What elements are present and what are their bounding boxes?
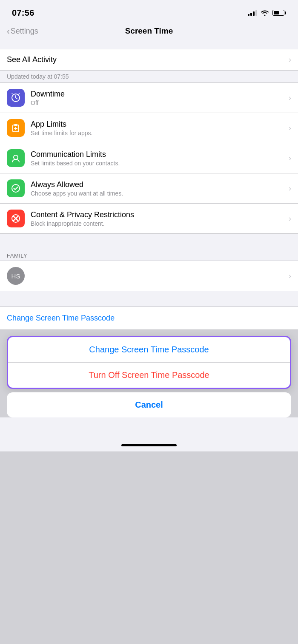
- communication-limits-icon: [7, 149, 25, 167]
- cancel-section: Cancel: [7, 392, 291, 417]
- section-spacer: [0, 41, 298, 49]
- section-spacer: [0, 234, 298, 249]
- app-limits-title: App Limits: [31, 120, 93, 129]
- change-passcode-label: Change Screen Time Passcode: [7, 314, 115, 323]
- content-privacy-subtitle: Block inappropriate content.: [31, 220, 134, 227]
- svg-point-3: [14, 155, 18, 159]
- page-title: Screen Time: [125, 26, 173, 36]
- app-limits-item[interactable]: App Limits Set time limits for apps. ›: [0, 113, 298, 143]
- see-all-activity-label: See All Activity: [7, 55, 57, 64]
- family-section: HS ›: [0, 261, 298, 291]
- chevron-right-icon: ›: [289, 55, 291, 64]
- battery-icon: [272, 10, 286, 16]
- communication-limits-title: Communication Limits: [31, 150, 120, 159]
- always-allowed-subtitle: Choose apps you want at all times.: [31, 190, 123, 197]
- bottom-area: [0, 417, 298, 451]
- signal-icon: [248, 10, 257, 16]
- always-allowed-item[interactable]: Always Allowed Choose apps you want at a…: [0, 173, 298, 204]
- wifi-icon: [261, 9, 269, 16]
- turn-off-passcode-dropdown-item[interactable]: Turn Off Screen Time Passcode: [8, 363, 290, 388]
- cancel-label: Cancel: [135, 400, 163, 410]
- change-passcode-row[interactable]: Change Screen Time Passcode: [0, 307, 298, 329]
- communication-limits-item[interactable]: Communication Limits Set limits based on…: [0, 143, 298, 173]
- downtime-icon: [7, 89, 25, 107]
- chevron-right-icon: ›: [289, 94, 291, 102]
- chevron-right-icon: ›: [289, 124, 291, 133]
- family-section-header: FAMILY: [0, 249, 298, 261]
- change-passcode-dropdown-item[interactable]: Change Screen Time Passcode: [8, 337, 290, 363]
- app-limits-subtitle: Set time limits for apps.: [31, 130, 93, 136]
- see-all-section: See All Activity ›: [0, 49, 298, 71]
- status-time: 07:56: [12, 8, 34, 18]
- always-allowed-icon: [7, 179, 25, 197]
- downtime-title: Downtime: [31, 90, 65, 99]
- chevron-right-icon: ›: [289, 154, 291, 163]
- status-bar: 07:56: [0, 0, 298, 23]
- chevron-left-icon: ‹: [7, 26, 10, 36]
- content-privacy-icon: [7, 210, 25, 227]
- nav-bar: ‹ Settings Screen Time: [0, 23, 298, 41]
- back-button[interactable]: ‹ Settings: [7, 26, 38, 36]
- always-allowed-title: Always Allowed: [31, 180, 123, 189]
- downtime-item[interactable]: Downtime Off ›: [0, 83, 298, 113]
- turn-off-passcode-dropdown-label: Turn Off Screen Time Passcode: [89, 370, 209, 380]
- section-spacer: [0, 291, 298, 306]
- change-passcode-dropdown-label: Change Screen Time Passcode: [89, 345, 209, 355]
- app-limits-icon: [7, 119, 25, 137]
- avatar: HS: [7, 267, 25, 285]
- chevron-right-icon: ›: [289, 214, 291, 223]
- content-privacy-title: Content & Privacy Restrictions: [31, 210, 134, 219]
- passcode-dropdown-popup: Change Screen Time Passcode Turn Off Scr…: [7, 336, 291, 389]
- menu-section: Downtime Off › App Limits Set time limit…: [0, 82, 298, 234]
- updated-label: Updated today at 07:55: [0, 71, 298, 82]
- home-indicator: [121, 444, 177, 446]
- see-all-activity-item[interactable]: See All Activity ›: [0, 49, 298, 70]
- chevron-right-icon: ›: [289, 272, 291, 281]
- cancel-button[interactable]: Cancel: [7, 392, 291, 417]
- downtime-subtitle: Off: [31, 99, 65, 106]
- family-member-item[interactable]: HS ›: [0, 261, 298, 291]
- back-label: Settings: [11, 27, 38, 36]
- chevron-right-icon: ›: [289, 184, 291, 193]
- communication-limits-subtitle: Set limits based on your contacts.: [31, 160, 120, 167]
- change-passcode-section: Change Screen Time Passcode: [0, 306, 298, 330]
- content-privacy-item[interactable]: Content & Privacy Restrictions Block ina…: [0, 204, 298, 233]
- status-icons: [248, 9, 286, 16]
